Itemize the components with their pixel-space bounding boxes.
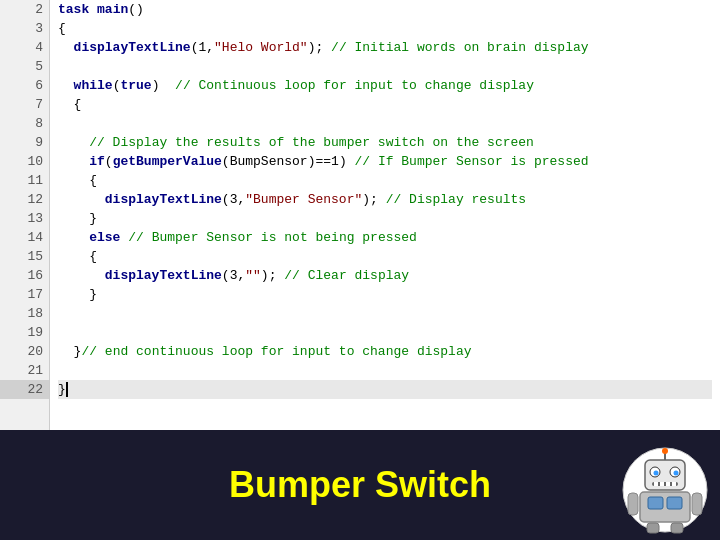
code-line-9: // Display the results of the bumper swi… (58, 133, 712, 152)
footer-title: Bumper Switch (229, 464, 491, 506)
ln-16: 16 (0, 266, 49, 285)
code-line-5 (58, 57, 712, 76)
ln-22: 22 (0, 380, 49, 399)
code-line-15: { (58, 247, 712, 266)
ln-6: 6 (0, 76, 49, 95)
ln-2: 2 (0, 0, 49, 19)
ln-7: 7 (0, 95, 49, 114)
ln-21: 21 (0, 361, 49, 380)
code-line-8 (58, 114, 712, 133)
ln-14: 14 (0, 228, 49, 247)
robot-icon (620, 445, 710, 535)
svg-rect-14 (648, 497, 663, 509)
code-line-18 (58, 304, 712, 323)
ln-15: 15 (0, 247, 49, 266)
svg-rect-12 (672, 482, 676, 486)
svg-point-7 (674, 471, 679, 476)
svg-rect-15 (667, 497, 682, 509)
code-line-22: } (58, 380, 712, 399)
svg-rect-9 (654, 482, 658, 486)
code-line-16: displayTextLine(3,""); // Clear display (58, 266, 712, 285)
code-line-17: } (58, 285, 712, 304)
ln-9: 9 (0, 133, 49, 152)
footer-bar: Bumper Switch (0, 430, 720, 540)
ln-19: 19 (0, 323, 49, 342)
ln-10: 10 (0, 152, 49, 171)
svg-rect-11 (666, 482, 670, 486)
code-line-11: { (58, 171, 712, 190)
ln-3: 3 (0, 19, 49, 38)
code-line-6: while(true) // Continuous loop for input… (58, 76, 712, 95)
ln-4: 4 (0, 38, 49, 57)
svg-rect-19 (671, 523, 683, 533)
ln-17: 17 (0, 285, 49, 304)
line-numbers: 2 3 4 5 6 7 8 9 10 11 12 13 14 15 16 17 … (0, 0, 50, 430)
ln-18: 18 (0, 304, 49, 323)
code-editor: 2 3 4 5 6 7 8 9 10 11 12 13 14 15 16 17 … (0, 0, 720, 430)
code-line-19 (58, 323, 712, 342)
code-lines[interactable]: task main() { displayTextLine(1,"Helo Wo… (50, 0, 720, 430)
svg-rect-18 (647, 523, 659, 533)
ln-13: 13 (0, 209, 49, 228)
code-line-10: if(getBumperValue(BumpSensor)==1) // If … (58, 152, 712, 171)
code-line-3: { (58, 19, 712, 38)
svg-point-6 (654, 471, 659, 476)
svg-rect-10 (660, 482, 664, 486)
code-line-2: task main() (58, 0, 712, 19)
ln-12: 12 (0, 190, 49, 209)
ln-11: 11 (0, 171, 49, 190)
code-line-21 (58, 361, 712, 380)
code-line-20: }// end continuous loop for input to cha… (58, 342, 712, 361)
svg-rect-16 (628, 493, 638, 515)
code-line-14: else // Bumper Sensor is not being press… (58, 228, 712, 247)
ln-5: 5 (0, 57, 49, 76)
svg-rect-17 (692, 493, 702, 515)
ln-20: 20 (0, 342, 49, 361)
code-line-7: { (58, 95, 712, 114)
code-line-12: displayTextLine(3,"Bumper Sensor"); // D… (58, 190, 712, 209)
code-line-4: displayTextLine(1,"Helo World"); // Init… (58, 38, 712, 57)
code-line-13: } (58, 209, 712, 228)
ln-8: 8 (0, 114, 49, 133)
svg-point-3 (662, 448, 668, 454)
